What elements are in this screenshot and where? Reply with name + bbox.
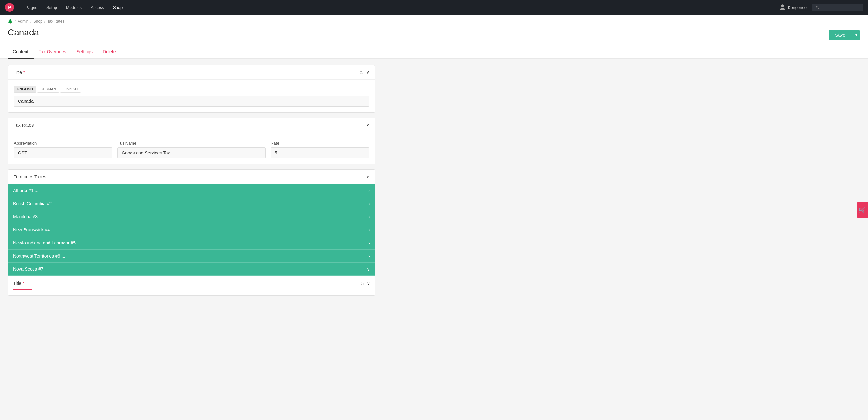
tab-delete[interactable]: Delete <box>98 45 121 59</box>
cart-sidebar-button[interactable]: 🛒 <box>857 202 868 218</box>
nav-items: Pages Setup Modules Access Shop <box>22 3 771 12</box>
nav-item-shop[interactable]: Shop <box>109 3 126 12</box>
nav-item-pages[interactable]: Pages <box>22 3 41 12</box>
tax-rates-section: Tax Rates ∨ Abbreviation Full Name Rate <box>8 118 375 164</box>
territory-item-bc[interactable]: British Columbia #2 ... › <box>8 197 375 210</box>
nav-right: Kongondo <box>779 3 863 11</box>
abbreviation-input[interactable] <box>14 147 112 158</box>
chevron-right-icon: › <box>368 253 370 259</box>
page-tabs: Content Tax Overrides Settings Delete <box>0 45 868 59</box>
breadcrumb: 🌲 / Admin / Shop / Tax Rates <box>0 15 868 27</box>
search-input[interactable] <box>821 5 859 10</box>
territories-header: Territories Taxes ∨ <box>8 170 375 184</box>
user-name: Kongondo <box>788 5 807 10</box>
nova-scotia-title-actions: 🗂 ∨ <box>360 281 370 286</box>
language-tabs: ENGLISH GERMAN FINNISH <box>14 86 369 93</box>
territory-label: Northwest Territories #6 ... <box>13 253 65 259</box>
territory-label: Alberta #1 ... <box>13 188 38 193</box>
chevron-down-icon: ∨ <box>367 267 370 272</box>
full-name-field: Full Name <box>118 141 266 158</box>
home-icon: 🌲 <box>8 19 13 24</box>
nova-scotia-expanded: Title * 🗂 ∨ <box>8 276 375 295</box>
title-section: Title * 🗂 ∨ ENGLISH GERMAN FINNISH <box>8 65 375 113</box>
territory-item-new-brunswick[interactable]: New Brunswick #4 ... › <box>8 223 375 237</box>
chevron-right-icon: › <box>368 214 370 219</box>
tax-rates-actions: ∨ <box>366 123 369 127</box>
tax-rates-label: Tax Rates <box>14 123 33 128</box>
tab-settings[interactable]: Settings <box>71 45 98 59</box>
nav-item-access[interactable]: Access <box>87 3 108 12</box>
chevron-right-icon: › <box>368 240 370 245</box>
full-name-label: Full Name <box>118 141 266 146</box>
save-dropdown-button[interactable]: ▾ <box>852 30 860 40</box>
title-section-label: Title * <box>14 70 25 75</box>
lang-tab-english[interactable]: ENGLISH <box>14 86 36 93</box>
title-section-actions: 🗂 ∨ <box>359 70 369 75</box>
territories-section: Territories Taxes ∨ Alberta #1 ... › Bri… <box>8 170 375 296</box>
chevron-down-icon: ▾ <box>855 33 857 37</box>
chevron-right-icon: › <box>368 201 370 206</box>
folder-icon[interactable]: 🗂 <box>360 281 365 286</box>
title-section-body: ENGLISH GERMAN FINNISH <box>8 80 375 112</box>
chevron-right-icon: › <box>368 227 370 232</box>
territory-label: Newfoundland and Labrador #5 ... <box>13 240 81 245</box>
rate-field: Rate <box>271 141 369 158</box>
territory-item-manitoba[interactable]: Manitoba #3 ... › <box>8 210 375 223</box>
lang-tab-german[interactable]: GERMAN <box>37 86 59 93</box>
tax-rates-grid: Abbreviation Full Name Rate <box>14 141 369 158</box>
main-content: Title * 🗂 ∨ ENGLISH GERMAN FINNISH Tax R… <box>0 59 383 307</box>
chevron-down-icon[interactable]: ∨ <box>366 175 369 179</box>
territory-item-nova-scotia[interactable]: Nova Scotia #7 ∨ <box>8 263 375 276</box>
title-input[interactable] <box>14 96 369 107</box>
title-underline <box>13 289 32 290</box>
rate-label: Rate <box>271 141 369 146</box>
tax-rates-body: Abbreviation Full Name Rate <box>8 132 375 164</box>
breadcrumb-current: Tax Rates <box>47 19 64 24</box>
search-icon <box>815 5 819 9</box>
rate-input[interactable] <box>271 147 369 158</box>
breadcrumb-admin[interactable]: Admin <box>18 19 28 24</box>
abbreviation-field: Abbreviation <box>14 141 112 158</box>
territory-item-newfoundland[interactable]: Newfoundland and Labrador #5 ... › <box>8 237 375 249</box>
lang-tab-finnish[interactable]: FINNISH <box>60 86 81 93</box>
required-indicator: * <box>23 70 25 75</box>
chevron-down-icon[interactable]: ∨ <box>367 281 370 286</box>
tab-tax-overrides[interactable]: Tax Overrides <box>33 45 71 59</box>
chevron-down-icon[interactable]: ∨ <box>366 123 369 127</box>
page-title: Canada <box>8 27 39 38</box>
logo-letter: P <box>8 5 11 10</box>
territory-label: New Brunswick #4 ... <box>13 227 55 232</box>
save-button[interactable]: Save <box>829 30 852 40</box>
territory-label: Nova Scotia #7 <box>13 267 43 272</box>
logo[interactable]: P <box>5 3 14 12</box>
title-section-header: Title * 🗂 ∨ <box>8 65 375 80</box>
nova-scotia-title-row: Title * 🗂 ∨ <box>13 281 370 286</box>
nova-scotia-title-label: Title * <box>13 281 24 286</box>
save-button-group: Save ▾ <box>829 30 860 40</box>
tab-content[interactable]: Content <box>8 45 33 59</box>
cart-icon: 🛒 <box>859 207 866 213</box>
chevron-right-icon: › <box>368 188 370 193</box>
user-menu[interactable]: Kongondo <box>779 4 807 11</box>
tax-rates-header: Tax Rates ∨ <box>8 118 375 132</box>
folder-icon[interactable]: 🗂 <box>359 70 364 75</box>
territory-item-alberta[interactable]: Alberta #1 ... › <box>8 184 375 197</box>
user-avatar-icon <box>779 4 786 11</box>
territories-label: Territories Taxes <box>14 174 46 179</box>
breadcrumb-shop[interactable]: Shop <box>33 19 42 24</box>
required-star: * <box>23 281 24 286</box>
nav-item-setup[interactable]: Setup <box>42 3 61 12</box>
full-name-input[interactable] <box>118 147 266 158</box>
nova-scotia-content: Title * 🗂 ∨ <box>8 276 375 295</box>
abbreviation-label: Abbreviation <box>14 141 112 146</box>
territory-label: British Columbia #2 ... <box>13 201 57 206</box>
top-navigation: P Pages Setup Modules Access Shop Kongon… <box>0 0 868 15</box>
chevron-down-icon[interactable]: ∨ <box>366 70 369 75</box>
search-bar[interactable] <box>812 3 863 11</box>
page-header: Canada Save ▾ <box>0 27 868 45</box>
nav-item-modules[interactable]: Modules <box>62 3 86 12</box>
territory-label: Manitoba #3 ... <box>13 214 43 219</box>
territory-item-northwest[interactable]: Northwest Territories #6 ... › <box>8 249 375 263</box>
